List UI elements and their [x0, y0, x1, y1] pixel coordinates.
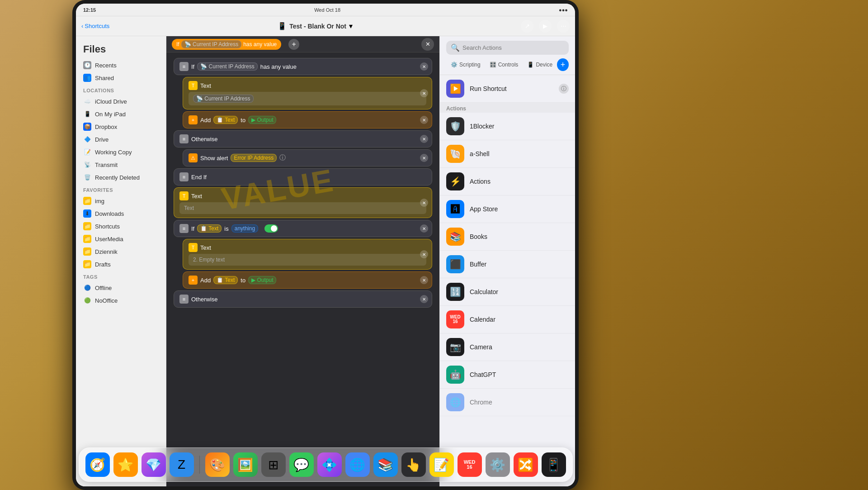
sidebar-item-usermedia[interactable]: 📁 UserMedia: [76, 233, 166, 245]
toggle-switch[interactable]: [264, 224, 278, 233]
sidebar-item-label: NoOffice: [95, 297, 118, 304]
block-close-btn[interactable]: ✕: [420, 224, 428, 233]
locations-title: Locations: [76, 84, 166, 95]
sidebar-item-shared[interactable]: 👥 Shared: [76, 71, 166, 84]
dock-icon-shuffle[interactable]: 🔀: [514, 452, 538, 477]
dock-icon-zoom[interactable]: Z: [170, 452, 194, 477]
dock-icon-overflow[interactable]: ⊞: [261, 452, 286, 477]
device-tab-label: Device: [536, 62, 552, 68]
action-item-chrome[interactable]: 🌐 Chrome: [440, 389, 575, 416]
block-close-btn[interactable]: ✕: [420, 295, 428, 303]
current-ip-token[interactable]: 📡 Current IP Address: [197, 62, 258, 71]
action-item-1blocker[interactable]: 🛡️ 1Blocker: [440, 113, 575, 140]
action-item-buffer[interactable]: ⬛ Buffer: [440, 251, 575, 278]
dock-icon-stacks[interactable]: 📚: [373, 452, 398, 477]
dock-icon-settings[interactable]: ⚙️: [486, 452, 510, 477]
block-close-btn[interactable]: ✕: [420, 250, 428, 258]
sidebar-item-nooffice[interactable]: 🟢 NoOffice: [76, 294, 166, 307]
dock-icon-messages[interactable]: 💬: [289, 452, 314, 477]
action-item-calculator[interactable]: 🔢 Calculator: [440, 278, 575, 306]
text-block-content[interactable]: 📡 Current IP Address: [189, 92, 426, 105]
dock-icon-goodlinks[interactable]: ⭐: [113, 452, 138, 477]
info-button[interactable]: ⓘ: [559, 84, 569, 94]
dock-icon-touchid[interactable]: 👆: [401, 452, 426, 477]
block-close-btn[interactable]: ✕: [420, 276, 428, 284]
dock-icon-safari[interactable]: 🧭: [85, 452, 110, 477]
sidebar-item-offline[interactable]: 🔵 Offline: [76, 281, 166, 294]
block-close-btn[interactable]: ✕: [420, 154, 428, 162]
action-item-books[interactable]: 📚 Books: [440, 223, 575, 251]
nav-action-btn-3[interactable]: ⋯: [557, 20, 570, 33]
sidebar-item-dropbox[interactable]: 📦 Dropbox: [76, 120, 166, 133]
sidebar-item-dziennik[interactable]: 📁 Dziennik: [76, 245, 166, 258]
output-token[interactable]: ▶ Output: [248, 116, 276, 124]
action-item-chatgpt[interactable]: 🤖 ChatGPT: [440, 361, 575, 389]
tab-scripting[interactable]: ⚙️ Scripting: [446, 59, 485, 70]
sidebar-item-downloads[interactable]: ⬇ Downloads: [76, 207, 166, 220]
error-ip-token[interactable]: Error IP Address: [231, 154, 277, 162]
canvas-add-button[interactable]: +: [288, 39, 299, 50]
action-item-ashell[interactable]: 🐚 a-Shell: [440, 140, 575, 168]
dock-icon-photos[interactable]: 🖼️: [233, 452, 258, 477]
controls-tab-label: Controls: [498, 62, 519, 68]
nav-action-btn-1[interactable]: ↗: [521, 20, 533, 33]
dock-icon-monodraw[interactable]: 💎: [142, 452, 166, 477]
sidebar-item-ipad[interactable]: 📱 On My iPad: [76, 108, 166, 120]
text-block-content-3[interactable]: 2. Empty text: [189, 254, 426, 266]
sidebar-item-shortcuts[interactable]: 📁 Shortcuts: [76, 220, 166, 233]
block-close-btn[interactable]: ✕: [420, 116, 428, 124]
sidebar-item-icloud[interactable]: ☁️ iCloud Drive: [76, 95, 166, 108]
dock-icon-chrome[interactable]: 🌐: [345, 452, 370, 477]
actions-add-button[interactable]: +: [557, 58, 569, 71]
text-token-3[interactable]: 📋 Text: [213, 276, 238, 284]
block-close-btn[interactable]: ✕: [420, 89, 428, 97]
dock-icon-freeform[interactable]: 🎨: [205, 452, 230, 477]
battery-icon: ●●●: [559, 7, 568, 13]
sidebar-item-drafts[interactable]: 📁 Drafts: [76, 258, 166, 271]
sidebar-header: Files: [76, 40, 166, 59]
action-item-camera[interactable]: 📷 Camera: [440, 333, 575, 361]
sidebar-item-drive[interactable]: 🔷 Drive: [76, 133, 166, 146]
dock-icon-shortcuts[interactable]: 💠: [317, 452, 342, 477]
action-item-app-store[interactable]: 🅰 App Store: [440, 195, 575, 223]
text-block-content-2[interactable]: Text: [179, 202, 426, 214]
dock-icon-notes[interactable]: 📝: [429, 452, 454, 477]
action-item-calendar[interactable]: WED16 Calendar: [440, 306, 575, 333]
search-input[interactable]: [462, 44, 564, 51]
actions-icon: ⚡: [446, 172, 464, 190]
dock-icon-calendar[interactable]: WED16: [458, 452, 482, 477]
action-item-actions[interactable]: ⚡ Actions: [440, 168, 575, 195]
sidebar-item-transmit[interactable]: 📡 Transmit: [76, 158, 166, 171]
dock-icon-overflow2[interactable]: 📱: [542, 452, 566, 477]
recently-deleted-icon: 🗑️: [83, 173, 91, 181]
block-close-btn[interactable]: ✕: [420, 199, 428, 207]
sidebar-item-recently-deleted[interactable]: 🗑️ Recently Deleted: [76, 171, 166, 184]
block-label: ≡ Otherwise: [179, 134, 426, 143]
nav-action-btn-2[interactable]: ▶: [539, 20, 552, 33]
sidebar-item-img[interactable]: 📁 img: [76, 195, 166, 207]
ipad-screen: 12:15 Wed Oct 18 ●●● ‹ Shortcuts 📱 Test …: [76, 4, 575, 486]
otherwise-label-2: Otherwise: [191, 296, 218, 303]
text-block-icon-2: T: [179, 191, 189, 200]
anything-token[interactable]: anything: [231, 224, 258, 233]
canvas-scroll-area[interactable]: ≡ If 📡 Current IP Address has any value …: [166, 52, 439, 486]
block-close-btn[interactable]: ✕: [420, 62, 428, 71]
if-condition-chip[interactable]: If 📡 Current IP Address has any value: [172, 39, 281, 50]
canvas-close-top-btn[interactable]: ✕: [421, 38, 434, 51]
text-token-2[interactable]: 📋 Text: [197, 224, 222, 233]
back-button[interactable]: ‹ Shortcuts: [81, 23, 109, 29]
sidebar-item-label: Offline: [95, 285, 112, 291]
sidebar-item-working-copy[interactable]: 📝 Working Copy: [76, 146, 166, 158]
block-close-btn[interactable]: ✕: [420, 135, 428, 143]
tab-device[interactable]: 📱 Device: [523, 59, 557, 70]
ip-token-inner[interactable]: 📡 Current IP Address: [193, 95, 254, 103]
text-token[interactable]: 📋 Text: [213, 116, 238, 124]
alert-info-icon[interactable]: ⓘ: [279, 154, 286, 162]
has-any-value-text: has any value: [260, 63, 297, 70]
output-token-2[interactable]: ▶ Output: [248, 276, 276, 284]
tab-controls[interactable]: 🎛️ Controls: [485, 59, 523, 70]
actions-search-bar[interactable]: 🔍: [446, 41, 569, 55]
action-item-run-shortcut[interactable]: ▶️ Run Shortcut ⓘ: [440, 75, 575, 103]
title-dropdown-icon[interactable]: ▾: [349, 22, 353, 30]
sidebar-item-recents[interactable]: 🕐 Recents: [76, 59, 166, 71]
